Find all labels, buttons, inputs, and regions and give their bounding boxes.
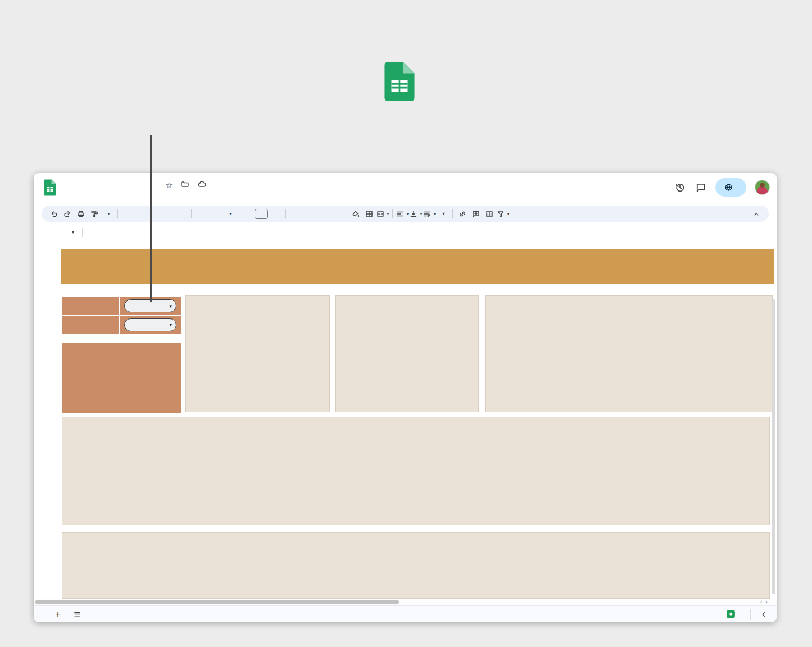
- filter-button[interactable]: ▾: [496, 207, 510, 221]
- chevron-down-icon: ▾: [169, 322, 172, 327]
- functions-button[interactable]: [510, 207, 523, 221]
- cloud-status-icon[interactable]: [197, 180, 207, 190]
- formula-bar: ▾: [34, 225, 777, 240]
- move-folder-icon[interactable]: [180, 180, 189, 190]
- sheet-tabbar: +: [34, 605, 777, 622]
- add-sheet-icon[interactable]: +: [55, 609, 61, 620]
- end-month-label: [62, 316, 120, 334]
- zoom-select[interactable]: ▾: [101, 207, 115, 221]
- end-month-dropdown[interactable]: ▾: [124, 318, 176, 331]
- horizontal-scrollbar[interactable]: ‹›: [34, 599, 777, 605]
- increase-font-size-button[interactable]: [269, 207, 283, 221]
- italic-button[interactable]: [302, 207, 316, 221]
- format-percent-button[interactable]: [134, 207, 148, 221]
- summary-panel: [62, 343, 181, 413]
- scrollbar-thumb[interactable]: [35, 600, 399, 604]
- column-headers: [34, 242, 777, 249]
- font-select[interactable]: ▾: [194, 207, 234, 221]
- font-size-input[interactable]: [255, 209, 268, 219]
- paint-format-button[interactable]: [88, 207, 101, 221]
- sheets-window: ☆ ▾: [34, 173, 777, 622]
- strikethrough-button[interactable]: [316, 207, 329, 221]
- google-sheets-icon: [384, 62, 415, 103]
- page-subtitle-row: [0, 62, 812, 103]
- vertical-scrollbar[interactable]: [772, 299, 775, 594]
- controls-panel: ▾ ▾: [62, 297, 181, 334]
- chevron-down-icon: ▾: [72, 230, 74, 235]
- explore-button[interactable]: [716, 609, 750, 619]
- collapse-toolbar-icon[interactable]: [750, 207, 763, 221]
- grid-area: ▾ ▾: [34, 249, 777, 599]
- chart-income-vs-expense: [335, 295, 479, 412]
- insert-link-button[interactable]: [456, 207, 469, 221]
- redo-button[interactable]: [61, 207, 74, 221]
- vertical-align-button[interactable]: ▾: [409, 207, 423, 221]
- chart-profit-by-month: [62, 417, 770, 525]
- merge-cells-button[interactable]: ▾: [376, 207, 389, 221]
- decrease-font-size-button[interactable]: [240, 207, 253, 221]
- text-color-button[interactable]: [329, 207, 343, 221]
- all-sheets-icon[interactable]: [73, 610, 81, 618]
- sheets-logo-icon[interactable]: [44, 179, 56, 198]
- name-box[interactable]: ▾: [34, 230, 74, 235]
- chevron-left-icon[interactable]: [751, 610, 777, 618]
- fill-color-button[interactable]: [349, 207, 362, 221]
- borders-button[interactable]: [362, 207, 376, 221]
- comments-icon[interactable]: [695, 181, 707, 194]
- insert-comment-button[interactable]: [469, 207, 483, 221]
- scrollbar-arrows[interactable]: ‹›: [760, 598, 771, 605]
- undo-button[interactable]: [47, 207, 61, 221]
- horizontal-align-button[interactable]: ▾: [396, 207, 409, 221]
- number-format-button[interactable]: [175, 207, 188, 221]
- avatar[interactable]: [755, 180, 770, 195]
- text-rotation-button[interactable]: ▾: [436, 207, 450, 221]
- chart-profit-vs-goal: [185, 295, 330, 412]
- start-month-label: [62, 297, 120, 315]
- version-history-icon[interactable]: [674, 181, 686, 194]
- chart-income-vs-expense-by-month: [62, 532, 770, 599]
- text-wrap-button[interactable]: ▾: [423, 207, 436, 221]
- format-currency-button[interactable]: [121, 207, 134, 221]
- bold-button[interactable]: [289, 207, 302, 221]
- print-button[interactable]: [74, 207, 88, 221]
- share-button[interactable]: [715, 178, 746, 197]
- insert-chart-button[interactable]: [483, 207, 496, 221]
- chevron-down-icon: ▾: [169, 303, 172, 309]
- increase-decimal-button[interactable]: [161, 207, 175, 221]
- annotation-line: [150, 135, 152, 302]
- chart-expense-breakdown: [485, 295, 773, 412]
- star-icon[interactable]: ☆: [165, 180, 173, 190]
- overview-banner: [61, 249, 774, 284]
